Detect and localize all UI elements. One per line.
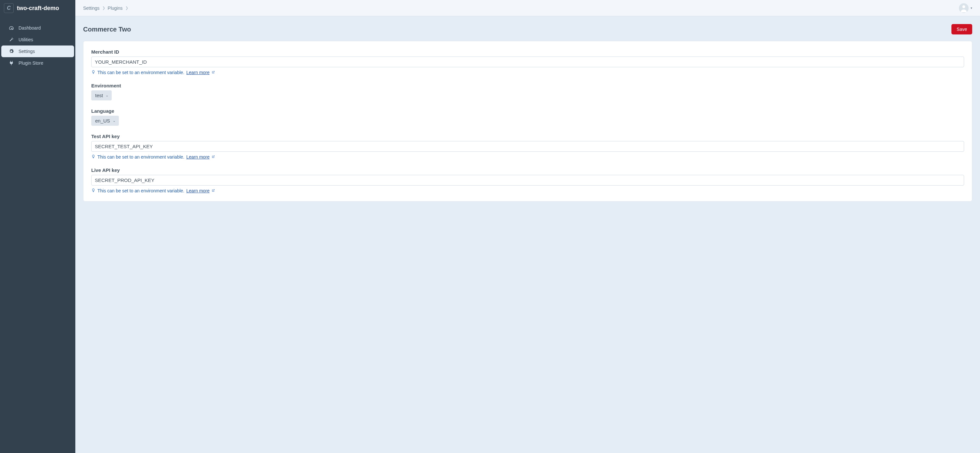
test-api-key-input[interactable] [91, 141, 964, 152]
breadcrumb-settings[interactable]: Settings [83, 6, 100, 11]
external-link-icon [212, 189, 215, 193]
page-header: Commerce Two Save [75, 16, 980, 41]
field-environment: Environment test ⌄ [91, 83, 964, 100]
chevron-down-icon: ▾ [970, 6, 972, 10]
tip-text: This can be set to an environment variab… [97, 70, 185, 75]
learn-more-link[interactable]: Learn more [186, 70, 210, 75]
plug-icon [8, 60, 14, 66]
external-link-icon [212, 155, 215, 159]
wrench-icon [8, 37, 14, 43]
env-tip: This can be set to an environment variab… [91, 188, 964, 193]
field-label: Language [91, 108, 964, 114]
environment-select[interactable]: test ⌄ [91, 90, 112, 100]
main: Settings ❯ Plugins ❯ ▾ Commerce Two Save… [75, 0, 980, 453]
topbar: Settings ❯ Plugins ❯ ▾ [75, 0, 980, 16]
lightbulb-icon [91, 70, 95, 75]
settings-panel: Merchant ID This can be set to an enviro… [83, 41, 972, 201]
field-test-api-key: Test API key This can be set to an envir… [91, 134, 964, 160]
chevron-down-icon: ⌄ [113, 119, 116, 123]
breadcrumb-plugins[interactable]: Plugins [108, 6, 123, 11]
chevron-down-icon: ⌄ [105, 93, 108, 97]
lightbulb-icon [91, 188, 95, 193]
field-label: Environment [91, 83, 964, 88]
nav-item-label: Plugin Store [19, 61, 43, 65]
chevron-right-icon: ❯ [102, 6, 105, 10]
select-value: test [95, 93, 103, 98]
field-merchant-id: Merchant ID This can be set to an enviro… [91, 49, 964, 75]
merchant-id-input[interactable] [91, 57, 964, 67]
save-button[interactable]: Save [951, 24, 972, 34]
sidebar: C two-craft-demo Dashboard Utilities Set… [0, 0, 75, 453]
nav-item-label: Dashboard [19, 26, 41, 30]
tip-text: This can be set to an environment variab… [97, 188, 185, 193]
sidebar-header[interactable]: C two-craft-demo [0, 0, 75, 16]
page-title: Commerce Two [83, 26, 131, 33]
gauge-icon [8, 25, 14, 31]
nav-item-plugin-store[interactable]: Plugin Store [1, 57, 74, 69]
user-menu[interactable]: ▾ [959, 3, 972, 13]
learn-more-link[interactable]: Learn more [186, 188, 210, 193]
logo-icon: C [4, 3, 14, 13]
field-live-api-key: Live API key This can be set to an envir… [91, 167, 964, 193]
field-label: Merchant ID [91, 49, 964, 54]
external-link-icon [212, 70, 215, 75]
select-value: en_US [95, 118, 110, 123]
nav-item-label: Utilities [19, 37, 33, 42]
svg-point-0 [963, 5, 966, 8]
avatar [959, 3, 969, 13]
site-name: two-craft-demo [17, 5, 59, 12]
env-tip: This can be set to an environment variab… [91, 70, 964, 75]
nav-item-utilities[interactable]: Utilities [1, 34, 74, 46]
env-tip: This can be set to an environment variab… [91, 154, 964, 160]
field-label: Live API key [91, 167, 964, 173]
lightbulb-icon [91, 154, 95, 160]
breadcrumbs: Settings ❯ Plugins ❯ [83, 6, 128, 11]
learn-more-link[interactable]: Learn more [186, 154, 210, 160]
live-api-key-input[interactable] [91, 175, 964, 185]
gear-icon [8, 48, 14, 54]
tip-text: This can be set to an environment variab… [97, 154, 185, 160]
field-language: Language en_US ⌄ [91, 108, 964, 126]
nav-item-dashboard[interactable]: Dashboard [1, 22, 74, 34]
nav-item-label: Settings [19, 49, 35, 54]
language-select[interactable]: en_US ⌄ [91, 116, 119, 126]
nav-item-settings[interactable]: Settings [1, 46, 74, 57]
field-label: Test API key [91, 134, 964, 139]
nav: Dashboard Utilities Settings Plugin Stor… [0, 22, 75, 69]
chevron-right-icon: ❯ [125, 6, 128, 10]
